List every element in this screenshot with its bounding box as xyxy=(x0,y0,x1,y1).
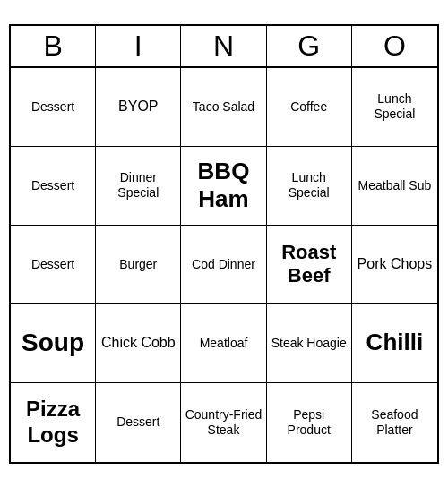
bingo-cell-13: Roast Beef xyxy=(267,226,352,304)
bingo-cell-20: Pizza Logs xyxy=(11,383,96,462)
bingo-cell-7: BBQ Ham xyxy=(181,147,266,226)
cell-text-11: Burger xyxy=(119,257,157,272)
cell-text-8: Lunch Special xyxy=(271,170,348,201)
cell-text-22: Country-Fried Steak xyxy=(185,407,262,438)
cell-text-10: Dessert xyxy=(31,257,74,272)
header-letter-I: I xyxy=(96,26,181,66)
cell-text-20: Pizza Logs xyxy=(14,397,91,449)
bingo-cell-18: Steak Hoagie xyxy=(267,304,352,383)
bingo-cell-14: Pork Chops xyxy=(352,226,437,304)
cell-text-19: Chilli xyxy=(366,329,424,356)
cell-text-14: Pork Chops xyxy=(358,255,433,272)
bingo-cell-4: Lunch Special xyxy=(352,68,437,147)
cell-text-5: Dessert xyxy=(31,178,74,193)
bingo-cell-2: Taco Salad xyxy=(181,68,266,147)
header-letter-N: N xyxy=(181,26,266,66)
cell-text-18: Steak Hoagie xyxy=(271,336,347,351)
cell-text-12: Cod Dinner xyxy=(192,257,255,272)
bingo-cell-22: Country-Fried Steak xyxy=(181,383,266,462)
bingo-cell-0: Dessert xyxy=(11,68,96,147)
header-letter-G: G xyxy=(267,26,352,66)
cell-text-13: Roast Beef xyxy=(271,241,348,288)
bingo-cell-12: Cod Dinner xyxy=(181,226,266,304)
cell-text-16: Chick Cobb xyxy=(101,334,176,351)
cell-text-1: BYOP xyxy=(118,98,158,115)
cell-text-21: Dessert xyxy=(116,414,159,430)
cell-text-17: Meatloaf xyxy=(200,336,248,351)
bingo-cell-6: Dinner Special xyxy=(96,147,181,226)
cell-text-23: Pepsi Product xyxy=(271,407,348,438)
bingo-cell-17: Meatloaf xyxy=(181,304,266,383)
cell-text-24: Seafood Platter xyxy=(356,407,434,438)
bingo-cell-9: Meatball Sub xyxy=(352,147,437,226)
bingo-cell-10: Dessert xyxy=(11,226,96,304)
bingo-cell-21: Dessert xyxy=(96,383,181,462)
cell-text-9: Meatball Sub xyxy=(358,178,432,193)
bingo-header: BINGO xyxy=(11,26,437,68)
bingo-cell-11: Burger xyxy=(96,226,181,304)
cell-text-3: Coffee xyxy=(290,99,327,115)
bingo-cell-5: Dessert xyxy=(11,147,96,226)
bingo-cell-1: BYOP xyxy=(96,68,181,147)
bingo-cell-24: Seafood Platter xyxy=(352,383,437,462)
cell-text-15: Soup xyxy=(22,328,84,358)
bingo-grid: DessertBYOPTaco SaladCoffeeLunch Special… xyxy=(11,68,437,462)
bingo-card: BINGO DessertBYOPTaco SaladCoffeeLunch S… xyxy=(9,24,439,464)
bingo-cell-23: Pepsi Product xyxy=(267,383,352,462)
bingo-cell-19: Chilli xyxy=(352,304,437,383)
cell-text-6: Dinner Special xyxy=(99,170,177,201)
cell-text-7: BBQ Ham xyxy=(185,158,262,213)
cell-text-4: Lunch Special xyxy=(356,91,434,122)
header-letter-O: O xyxy=(352,26,437,66)
header-letter-B: B xyxy=(11,26,96,66)
bingo-cell-15: Soup xyxy=(11,304,96,383)
cell-text-2: Taco Salad xyxy=(193,99,254,115)
bingo-cell-8: Lunch Special xyxy=(267,147,352,226)
bingo-cell-3: Coffee xyxy=(267,68,352,147)
bingo-cell-16: Chick Cobb xyxy=(96,304,181,383)
cell-text-0: Dessert xyxy=(31,99,74,115)
